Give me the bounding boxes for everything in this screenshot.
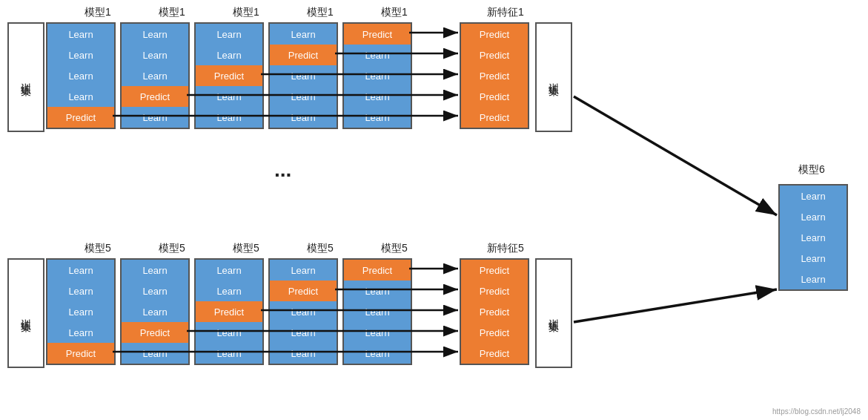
cell: Learn <box>270 260 337 280</box>
cell: Predict <box>344 260 411 280</box>
cell: Predict <box>461 45 528 65</box>
bot-col-header-2: 模型5 <box>135 242 209 255</box>
cell: Learn <box>196 280 262 301</box>
cell: Predict <box>270 280 337 301</box>
top-group-4: Learn Predict Learn Learn Learn <box>268 22 338 129</box>
cell: Predict <box>461 343 528 364</box>
model6-group: Learn Learn Learn Learn Learn <box>778 184 848 291</box>
top-group-3: Learn Learn Predict Learn Learn <box>194 22 264 129</box>
top-col-header-5: 模型1 <box>357 6 431 19</box>
cell: Learn <box>780 186 847 206</box>
model6-label: 模型6 <box>778 163 845 177</box>
cell: Predict <box>270 45 337 65</box>
cell: Learn <box>196 343 262 364</box>
cell: Learn <box>122 45 188 65</box>
cell: Predict <box>122 86 188 107</box>
cell: Learn <box>344 343 411 364</box>
watermark: https://blog.csdn.net/lj2048 <box>772 407 861 416</box>
bot-group-6: Predict Predict Predict Predict Predict <box>460 258 529 365</box>
bot-col-header-1: 模型5 <box>61 242 135 255</box>
cell: Learn <box>47 45 114 65</box>
cell: Learn <box>780 269 847 289</box>
cell: Predict <box>461 86 528 107</box>
cell: Learn <box>780 206 847 227</box>
cell: Predict <box>461 280 528 301</box>
cell: Predict <box>461 107 528 128</box>
top-col-header-6: 新特征1 <box>468 6 543 19</box>
cell: Predict <box>196 301 262 322</box>
bot-col-header-4: 模型5 <box>283 242 357 255</box>
cell: Predict <box>47 107 114 128</box>
cell: Learn <box>344 301 411 322</box>
cell: Learn <box>270 322 337 343</box>
cell: Learn <box>122 301 188 322</box>
cell: Learn <box>47 280 114 301</box>
cell: Learn <box>344 86 411 107</box>
cell: Predict <box>461 65 528 86</box>
cell: Learn <box>196 107 262 128</box>
bot-group-1: Learn Learn Learn Learn Predict <box>46 258 116 365</box>
cell: Learn <box>270 65 337 86</box>
cell: Learn <box>122 260 188 280</box>
top-group-5: Predict Learn Learn Learn Learn <box>342 22 412 129</box>
cell: Predict <box>344 24 411 45</box>
cell: Learn <box>47 24 114 45</box>
cell: Learn <box>47 301 114 322</box>
cell: Learn <box>270 301 337 322</box>
bot-group-3: Learn Learn Predict Learn Learn <box>194 258 264 365</box>
cell: Learn <box>344 280 411 301</box>
bot-group-5: Predict Learn Learn Learn Learn <box>342 258 412 365</box>
cell: Learn <box>122 280 188 301</box>
cell: Learn <box>122 24 188 45</box>
cell: Learn <box>270 24 337 45</box>
cell: Learn <box>196 24 262 45</box>
cell: Learn <box>780 248 847 269</box>
bot-col-header-3: 模型5 <box>209 242 283 255</box>
top-train-label-right: 训练集 <box>535 22 572 132</box>
top-col-header-2: 模型1 <box>135 6 209 19</box>
svg-line-12 <box>574 289 777 322</box>
cell: Predict <box>461 322 528 343</box>
top-group-2: Learn Learn Learn Predict Learn <box>120 22 190 129</box>
cell: Learn <box>270 343 337 364</box>
cell: Learn <box>270 107 337 128</box>
top-train-label: 训练集 <box>7 22 44 132</box>
cell: Learn <box>780 227 847 248</box>
bot-group-2: Learn Learn Learn Predict Learn <box>120 258 190 365</box>
bot-group-4: Learn Predict Learn Learn Learn <box>268 258 338 365</box>
cell: Learn <box>47 322 114 343</box>
cell: Learn <box>47 260 114 280</box>
top-group-6: Predict Predict Predict Predict Predict <box>460 22 529 129</box>
cell: Learn <box>344 45 411 65</box>
bot-train-label-right: 训练集 <box>535 258 572 368</box>
cell: Learn <box>270 86 337 107</box>
ellipsis: ··· <box>274 163 291 187</box>
cell: Learn <box>122 65 188 86</box>
cell: Predict <box>461 260 528 280</box>
top-col-header-1: 模型1 <box>61 6 135 19</box>
cell: Learn <box>344 107 411 128</box>
top-col-header-3: 模型1 <box>209 6 283 19</box>
cell: Predict <box>461 24 528 45</box>
cell: Learn <box>344 322 411 343</box>
cell: Predict <box>122 322 188 343</box>
cell: Learn <box>47 86 114 107</box>
cell: Predict <box>461 301 528 322</box>
cell: Learn <box>196 86 262 107</box>
top-group-1: Learn Learn Learn Learn Predict <box>46 22 116 129</box>
cell: Learn <box>47 65 114 86</box>
svg-line-6 <box>574 96 777 215</box>
cell: Predict <box>196 65 262 86</box>
cell: Learn <box>196 260 262 280</box>
cell: Learn <box>122 343 188 364</box>
cell: Learn <box>196 322 262 343</box>
top-col-header-4: 模型1 <box>283 6 357 19</box>
cell: Learn <box>344 65 411 86</box>
bot-train-label: 训练集 <box>7 258 44 368</box>
cell: Learn <box>196 45 262 65</box>
cell: Predict <box>47 343 114 364</box>
cell: Learn <box>122 107 188 128</box>
diagram-container: 模型1 模型1 模型1 模型1 模型1 新特征1 训练集 Learn Learn… <box>0 0 868 420</box>
bot-col-header-5: 模型5 <box>357 242 431 255</box>
bot-col-header-6: 新特征5 <box>468 242 543 255</box>
